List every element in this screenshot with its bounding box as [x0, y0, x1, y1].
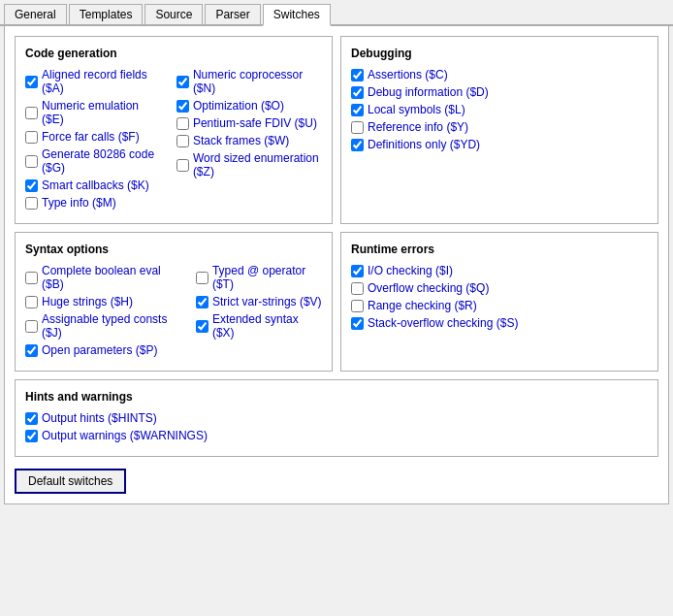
checkbox-assignable-typed-input[interactable] — [25, 320, 38, 333]
checkbox-huge-strings: Huge strings ($H) — [25, 295, 180, 308]
checkbox-open-parameters-input[interactable] — [25, 344, 38, 357]
checkbox-stack-frames-label[interactable]: Stack frames ($W) — [193, 134, 289, 147]
checkbox-overflow-checking: Overflow checking ($Q) — [351, 281, 648, 295]
checkbox-smart-callbacks: Smart callbacks ($K) — [25, 178, 161, 192]
checkbox-overflow-checking-label[interactable]: Overflow checking ($Q) — [368, 281, 489, 295]
checkbox-complete-bool: Complete boolean eval ($B) — [25, 264, 180, 291]
checkbox-debug-info-label[interactable]: Debug information ($D) — [368, 85, 489, 99]
checkbox-force-far: Force far calls ($F) — [25, 130, 161, 144]
checkbox-overflow-checking-input[interactable] — [351, 282, 364, 295]
checkbox-stack-overflow-input[interactable] — [351, 317, 364, 330]
checkbox-range-checking-input[interactable] — [351, 300, 364, 312]
checkbox-stack-frames: Stack frames ($W) — [176, 134, 322, 147]
col-left-code-gen: Aligned record fields ($A) Numeric emula… — [25, 68, 161, 213]
checkbox-huge-strings-label[interactable]: Huge strings ($H) — [42, 295, 133, 308]
checkbox-typed-at-input[interactable] — [196, 272, 208, 284]
checkbox-numeric-coprocessor-label[interactable]: Numeric coprocessor ($N) — [193, 68, 322, 95]
checkbox-extended-syntax-label[interactable]: Extended syntax ($X) — [212, 312, 322, 340]
section-runtime-errors: Runtime errors I/O checking ($I) Overflo… — [340, 232, 658, 372]
section-title-hints: Hints and warnings — [25, 390, 648, 404]
default-switches-button[interactable]: Default switches — [15, 469, 126, 494]
checkbox-aligned: Aligned record fields ($A) — [25, 68, 161, 95]
checkbox-numeric-coprocessor-input[interactable] — [176, 76, 189, 88]
checkbox-definitions-only-input[interactable] — [351, 139, 364, 151]
checkbox-optimization-label[interactable]: Optimization ($O) — [193, 99, 284, 113]
checkbox-open-parameters-label[interactable]: Open parameters ($P) — [42, 343, 157, 357]
checkbox-range-checking: Range checking ($R) — [351, 299, 648, 312]
checkbox-generate-80286-label[interactable]: Generate 80286 code ($G) — [42, 147, 161, 175]
checkbox-local-symbols-label[interactable]: Local symbols ($L) — [368, 103, 465, 116]
checkbox-smart-callbacks-input[interactable] — [25, 179, 38, 192]
checkbox-pentium-safe-input[interactable] — [176, 117, 189, 130]
checkbox-stack-overflow-label[interactable]: Stack-overflow checking ($S) — [368, 316, 518, 330]
checkbox-complete-bool-label[interactable]: Complete boolean eval ($B) — [42, 264, 180, 291]
checkbox-output-hints-label[interactable]: Output hints ($HINTS) — [42, 411, 157, 425]
checkbox-assignable-typed-label[interactable]: Assignable typed consts ($J) — [42, 312, 180, 340]
checkbox-assignable-typed: Assignable typed consts ($J) — [25, 312, 180, 340]
checkbox-extended-syntax: Extended syntax ($X) — [196, 312, 322, 340]
checkbox-reference-info-input[interactable] — [351, 121, 364, 134]
tab-source[interactable]: Source — [144, 4, 203, 24]
checkbox-word-sized-label[interactable]: Word sized enumeration ($Z) — [193, 151, 322, 178]
checkbox-output-warnings-label[interactable]: Output warnings ($WARNINGS) — [42, 429, 208, 442]
checkbox-assertions: Assertions ($C) — [351, 68, 648, 81]
tab-content: Code generation Aligned record fields ($… — [4, 26, 669, 504]
section-title-debugging: Debugging — [351, 47, 648, 60]
checkbox-strict-var-label[interactable]: Strict var-strings ($V) — [212, 295, 322, 308]
tab-parser[interactable]: Parser — [205, 4, 260, 24]
checkbox-strict-var-input[interactable] — [196, 296, 208, 308]
checkbox-io-checking-input[interactable] — [351, 265, 364, 277]
tab-bar: General Templates Source Parser Switches — [0, 0, 673, 26]
checkbox-strict-var: Strict var-strings ($V) — [196, 295, 322, 308]
checkbox-definitions-only-label[interactable]: Definitions only ($YD) — [368, 138, 480, 151]
checkbox-type-info-label[interactable]: Type info ($M) — [42, 196, 116, 210]
col-left-syntax: Complete boolean eval ($B) Huge strings … — [25, 264, 180, 361]
checkbox-smart-callbacks-label[interactable]: Smart callbacks ($K) — [42, 178, 149, 192]
checkbox-definitions-only: Definitions only ($YD) — [351, 138, 648, 151]
checkbox-reference-info-label[interactable]: Reference info ($Y) — [368, 120, 468, 134]
checkbox-force-far-label[interactable]: Force far calls ($F) — [42, 130, 140, 144]
checkbox-pentium-safe: Pentium-safe FDIV ($U) — [176, 116, 322, 130]
row-1: Code generation Aligned record fields ($… — [15, 36, 658, 224]
checkbox-force-far-input[interactable] — [25, 131, 38, 144]
section-hints-warnings: Hints and warnings Output hints ($HINTS)… — [15, 379, 658, 457]
checkbox-io-checking-label[interactable]: I/O checking ($I) — [368, 264, 453, 277]
checkbox-local-symbols-input[interactable] — [351, 104, 364, 116]
checkbox-type-info: Type info ($M) — [25, 196, 161, 210]
checkbox-extended-syntax-input[interactable] — [196, 320, 208, 333]
tab-general[interactable]: General — [4, 4, 67, 24]
checkbox-aligned-label[interactable]: Aligned record fields ($A) — [42, 68, 161, 95]
checkbox-numeric-emulation: Numeric emulation ($E) — [25, 99, 161, 126]
checkbox-output-hints-input[interactable] — [25, 412, 38, 425]
checkbox-range-checking-label[interactable]: Range checking ($R) — [368, 299, 477, 312]
section-code-generation: Code generation Aligned record fields ($… — [15, 36, 333, 224]
section-debugging: Debugging Assertions ($C) Debug informat… — [340, 36, 658, 224]
checkbox-output-warnings: Output warnings ($WARNINGS) — [25, 429, 648, 442]
checkbox-output-warnings-input[interactable] — [25, 430, 38, 442]
checkbox-aligned-input[interactable] — [25, 76, 38, 88]
checkbox-pentium-safe-label[interactable]: Pentium-safe FDIV ($U) — [193, 116, 317, 130]
checkbox-optimization-input[interactable] — [176, 100, 189, 113]
checkbox-stack-frames-input[interactable] — [176, 135, 189, 147]
col-right-syntax: Typed @ operator ($T) Strict var-strings… — [196, 264, 322, 361]
checkbox-generate-80286-input[interactable] — [25, 155, 38, 168]
tab-switches[interactable]: Switches — [263, 4, 331, 26]
checkbox-debug-info-input[interactable] — [351, 86, 364, 99]
checkbox-stack-overflow: Stack-overflow checking ($S) — [351, 316, 648, 330]
checkbox-io-checking: I/O checking ($I) — [351, 264, 648, 277]
section-title-code-gen: Code generation — [25, 47, 322, 60]
checkbox-numeric-emulation-label[interactable]: Numeric emulation ($E) — [42, 99, 161, 126]
tab-templates[interactable]: Templates — [69, 4, 144, 24]
checkbox-reference-info: Reference info ($Y) — [351, 120, 648, 134]
checkbox-assertions-label[interactable]: Assertions ($C) — [368, 68, 448, 81]
checkbox-numeric-emulation-input[interactable] — [25, 107, 38, 119]
checkbox-huge-strings-input[interactable] — [25, 296, 38, 308]
checkbox-open-parameters: Open parameters ($P) — [25, 343, 180, 357]
checkbox-assertions-input[interactable] — [351, 69, 364, 81]
window: General Templates Source Parser Switches… — [0, 0, 673, 616]
checkbox-type-info-input[interactable] — [25, 197, 38, 210]
checkbox-word-sized-input[interactable] — [176, 159, 189, 172]
row-2: Syntax options Complete boolean eval ($B… — [15, 232, 658, 372]
checkbox-typed-at-label[interactable]: Typed @ operator ($T) — [212, 264, 322, 291]
checkbox-complete-bool-input[interactable] — [25, 272, 38, 284]
